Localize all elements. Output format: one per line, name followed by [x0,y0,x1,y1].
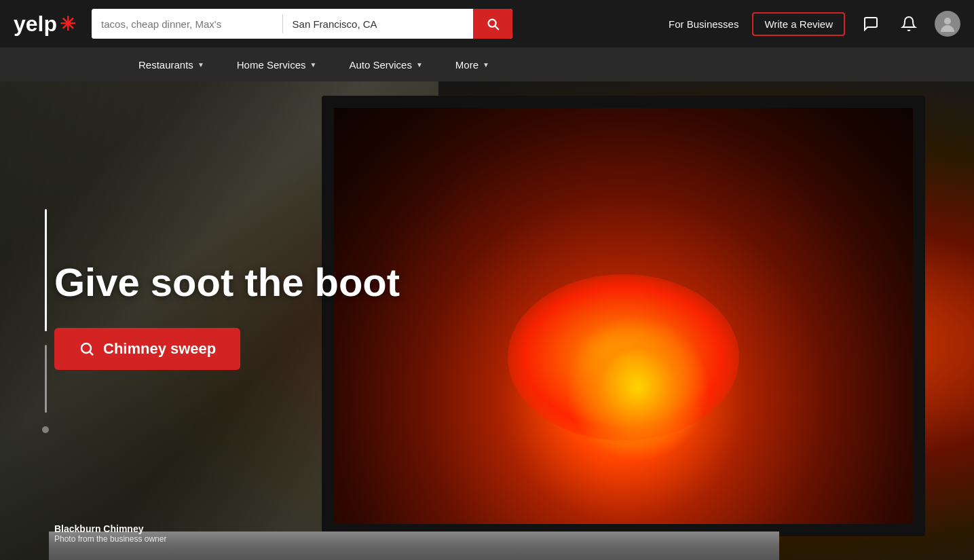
hero-content: Give soot the boot Chimney sweep [54,261,400,371]
hero-headline: Give soot the boot [54,261,400,304]
write-review-button[interactable]: Write a Review [752,12,845,36]
chevron-down-icon: ▼ [483,61,489,69]
svg-point-0 [944,18,951,24]
progress-line-mid [45,345,47,413]
photo-credit-name: Blackburn Chimney [54,523,166,534]
messages-button[interactable] [859,12,883,36]
bell-icon [901,16,917,32]
progress-line-top [45,209,47,331]
progress-indicator [42,209,49,433]
for-businesses-link[interactable]: For Businesses [669,18,738,30]
nav-more[interactable]: More ▼ [439,48,506,81]
search-bar [92,9,512,39]
fire-glow-secondary [565,316,710,461]
chevron-down-icon: ▼ [310,61,316,69]
chimney-sweep-label: Chimney sweep [103,340,216,358]
nav-restaurants[interactable]: Restaurants ▼ [122,48,221,81]
user-avatar-button[interactable] [935,11,960,37]
search-input[interactable] [92,9,282,39]
photo-credit: Blackburn Chimney Photo from the busines… [54,523,166,544]
nav-restaurants-label: Restaurants [138,59,193,71]
nav-home-services-label: Home Services [237,59,306,71]
header-actions: For Businesses Write a Review [669,11,960,37]
header: yelp✳ For Businesses Write a Review [0,0,974,48]
yelp-burst: ✳ [60,13,75,35]
search-button[interactable] [473,9,512,39]
photo-credit-desc: Photo from the business owner [54,534,166,544]
avatar-icon [938,14,957,33]
messages-icon [863,16,879,32]
nav-auto-services[interactable]: Auto Services ▼ [333,48,438,81]
chevron-down-icon: ▼ [416,61,423,69]
chimney-search-icon [79,341,95,357]
svg-line-2 [90,352,94,356]
chevron-down-icon: ▼ [198,61,204,69]
yelp-logo[interactable]: yelp✳ [14,12,75,37]
location-input[interactable] [283,9,474,39]
notifications-button[interactable] [897,12,921,36]
hero-section: Give soot the boot Chimney sweep Blackbu… [0,81,974,560]
nav-more-label: More [455,59,479,71]
chimney-sweep-button[interactable]: Chimney sweep [54,328,240,370]
search-icon [485,16,500,31]
fireplace-interior [334,108,914,524]
nav-bar: Restaurants ▼ Home Services ▼ Auto Servi… [0,48,974,81]
progress-dot [42,426,49,433]
fireplace-frame [322,96,926,536]
nav-auto-services-label: Auto Services [349,59,412,71]
yelp-text: yelp [14,12,57,37]
svg-point-1 [81,343,91,353]
nav-home-services[interactable]: Home Services ▼ [221,48,333,81]
